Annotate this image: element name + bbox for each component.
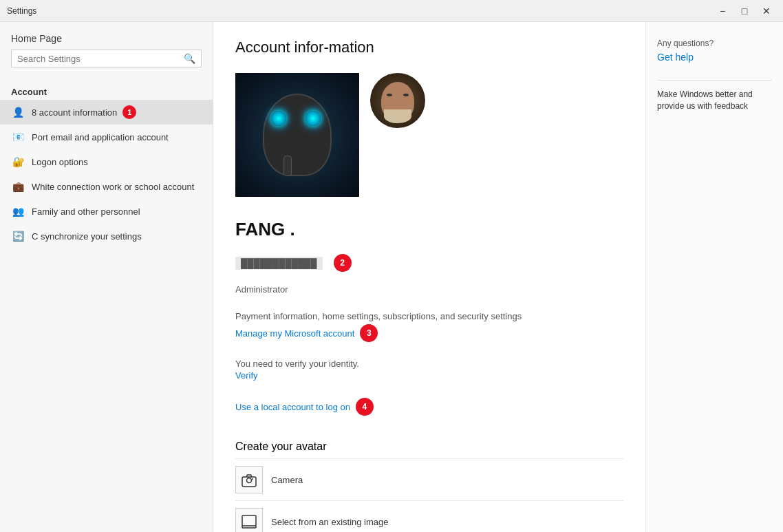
help-section: Any questions? Get help xyxy=(657,39,772,63)
sidebar-header: Home Page 🔍 xyxy=(0,22,213,81)
sec-avatar-inner xyxy=(370,73,425,128)
sidebar-item-email-app[interactable]: 📧 Port email and application account xyxy=(0,125,213,149)
nav-item-label: 8 account information xyxy=(32,107,117,118)
app-title: Settings xyxy=(7,6,36,16)
avatar-option-existing[interactable]: Select from an existing image xyxy=(235,500,623,532)
verify-section: You need to verify your identity. Verify xyxy=(235,359,623,381)
badge-3: 3 xyxy=(360,324,378,342)
feedback-section: Make Windows better and provide us with … xyxy=(657,89,772,112)
oldman-eye2 xyxy=(403,94,409,96)
char-eye-right xyxy=(305,111,321,126)
camera-icon-container xyxy=(235,466,263,493)
badge-2: 2 xyxy=(334,254,352,272)
sidebar-item-family[interactable]: 👥 Family and other personnel xyxy=(0,199,213,224)
person-circle-icon: 🔐 xyxy=(11,155,25,169)
oldman-face xyxy=(377,78,418,123)
char-mask xyxy=(263,94,332,176)
sidebar-section-label: Account xyxy=(0,81,213,100)
secondary-avatar xyxy=(370,73,425,128)
person-icon: 👤 xyxy=(11,105,25,119)
search-input[interactable] xyxy=(17,54,184,64)
avatar-option-camera[interactable]: Camera xyxy=(235,458,623,500)
avatar-row xyxy=(235,73,623,197)
close-button[interactable]: ✕ xyxy=(757,3,776,19)
people-icon: 👥 xyxy=(11,204,25,218)
email-icon: 📧 xyxy=(11,130,25,144)
create-avatar-section: Create your avatar Camera xyxy=(235,440,623,532)
payment-section: Payment information, home settings, subs… xyxy=(235,311,623,342)
main-content: Account infor-mation xyxy=(213,22,645,532)
main-avatar xyxy=(235,73,359,197)
oldman-eye1 xyxy=(387,94,392,96)
title-bar: Settings − □ ✕ xyxy=(0,0,783,22)
help-question: Any questions? xyxy=(657,39,772,48)
user-name: FANG . xyxy=(235,219,623,240)
user-email: ████████████ xyxy=(235,257,323,270)
briefcase-icon: 💼 xyxy=(11,180,25,193)
user-role: Administrator xyxy=(235,284,623,295)
sidebar-item-sync[interactable]: 🔄 C synchronize your settings xyxy=(0,224,213,248)
sidebar-item-logon[interactable]: 🔐 Logon options xyxy=(0,149,213,174)
window-controls: − □ ✕ xyxy=(713,3,776,19)
verify-text: You need to verify your identity. xyxy=(235,359,623,369)
nav-item-label: White connection work or school account xyxy=(32,182,194,192)
main-avatar-inner xyxy=(235,73,359,197)
search-box: 🔍 xyxy=(11,50,202,67)
payment-info-text: Payment information, home settings, subs… xyxy=(235,311,623,321)
sidebar: Home Page 🔍 Account 👤 8 account informat… xyxy=(0,22,213,532)
sync-icon: 🔄 xyxy=(11,229,25,243)
char-tubes xyxy=(283,156,292,176)
image-icon xyxy=(241,513,257,530)
nav-item-label: Family and other personnel xyxy=(32,206,140,217)
nav-item-label: Port email and application account xyxy=(32,132,169,142)
maximize-button[interactable]: □ xyxy=(735,3,754,19)
page-title: Account infor-mation xyxy=(235,39,623,56)
image-icon-container xyxy=(235,508,263,532)
local-account-section: Use a local account to log on 4 xyxy=(235,398,623,416)
get-help-link[interactable]: Get help xyxy=(657,52,694,63)
oldman-beard xyxy=(384,109,411,123)
account-section: FANG . ████████████ 2 Administrator Paym… xyxy=(235,73,623,532)
minimize-button[interactable]: − xyxy=(713,3,732,19)
create-avatar-title: Create your avatar xyxy=(235,440,623,453)
camera-icon xyxy=(241,471,257,488)
sidebar-item-account-info[interactable]: 👤 8 account information 1 xyxy=(0,100,213,125)
svg-point-2 xyxy=(252,478,253,480)
local-account-link[interactable]: Use a local account to log on xyxy=(235,402,350,412)
badge-account-info: 1 xyxy=(122,105,136,119)
feedback-text: Make Windows better and provide us with … xyxy=(657,89,772,112)
badge-4: 4 xyxy=(356,398,374,416)
nav-item-label: Logon options xyxy=(32,157,88,167)
right-panel: Any questions? Get help Make Windows bet… xyxy=(645,22,783,532)
sidebar-item-work-school[interactable]: 💼 White connection work or school accoun… xyxy=(0,174,213,199)
char-eye-left xyxy=(271,111,286,126)
existing-image-label: Select from an existing image xyxy=(271,517,389,527)
nav-item-label: C synchronize your settings xyxy=(32,231,142,242)
sidebar-home-label: Home Page xyxy=(11,33,202,44)
divider xyxy=(657,80,772,81)
verify-link[interactable]: Verify xyxy=(235,370,258,381)
character-face xyxy=(249,80,345,190)
search-button[interactable]: 🔍 xyxy=(184,53,195,64)
user-email-row: ████████████ 2 xyxy=(235,254,623,272)
camera-label: Camera xyxy=(271,475,303,485)
app-container: Home Page 🔍 Account 👤 8 account informat… xyxy=(0,22,783,532)
svg-point-0 xyxy=(247,478,252,483)
manage-account-link[interactable]: Manage my Microsoft account xyxy=(235,328,354,339)
